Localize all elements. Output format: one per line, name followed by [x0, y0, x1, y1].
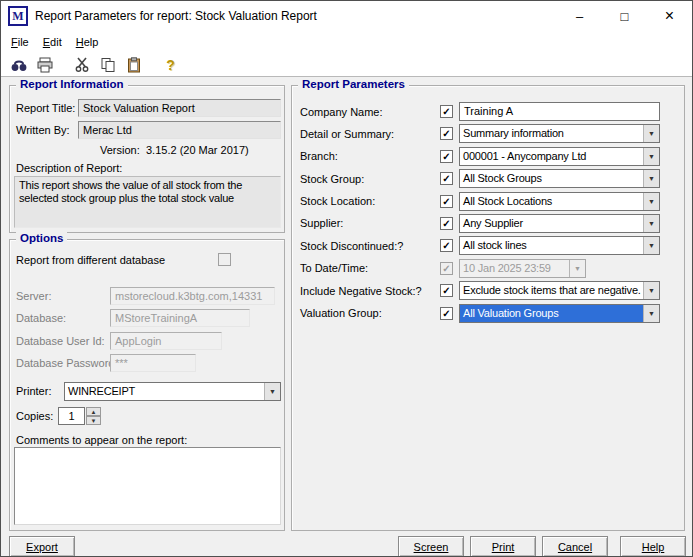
database-password-label: Database Password: — [16, 357, 118, 369]
scissors-icon — [74, 57, 90, 73]
include-negative-stock-checkbox[interactable]: ✓ — [440, 284, 453, 297]
screen-button-label: Screen — [414, 541, 449, 553]
valuation-group-combo[interactable]: All Valuation Groups — [459, 304, 660, 323]
valuation-group-label: Valuation Group: — [300, 307, 440, 319]
spin-up-icon[interactable] — [86, 407, 101, 416]
paste-toolbar-button[interactable] — [122, 55, 145, 75]
version-value: 3.15.2 (20 Mar 2017) — [146, 144, 249, 156]
branch-checkbox[interactable]: ✓ — [440, 150, 453, 163]
copies-value[interactable]: 1 — [58, 407, 85, 425]
cancel-button-label: Cancel — [558, 541, 592, 553]
screen-button[interactable]: Screen — [398, 536, 464, 557]
description-label: Description of Report: — [16, 162, 122, 174]
find-toolbar-button[interactable] — [7, 55, 30, 75]
stock-group-checkbox[interactable]: ✓ — [440, 172, 453, 185]
report-parameters-dialog: M Report Parameters for report: Stock Va… — [0, 0, 693, 557]
stock-discontinued-combo[interactable]: All stock lines — [459, 236, 660, 255]
cut-toolbar-button[interactable] — [70, 55, 93, 75]
chevron-down-icon[interactable] — [264, 383, 280, 400]
company-name-label: Company Name: — [300, 106, 440, 118]
binoculars-icon — [10, 57, 28, 73]
menu-file[interactable]: File — [4, 33, 36, 51]
cancel-button[interactable]: Cancel — [542, 536, 608, 557]
chevron-down-icon[interactable] — [643, 193, 659, 210]
written-by-label: Written By: — [16, 124, 70, 136]
toolbar: ? — [1, 53, 692, 77]
server-field: mstorecloud.k3btg.com,14331 — [110, 287, 275, 305]
export-button[interactable]: Export — [9, 536, 75, 557]
export-button-label: Export — [26, 541, 58, 553]
stock-group-combo[interactable]: All Stock Groups — [459, 169, 660, 188]
chevron-down-icon[interactable] — [643, 148, 659, 165]
comments-textarea[interactable] — [14, 447, 281, 525]
company-name-checkbox[interactable]: ✓ — [440, 105, 453, 118]
include-negative-stock-combo[interactable]: Exclude stock items that are negative. — [459, 281, 660, 300]
printer-combo[interactable]: WINRECEIPT — [64, 382, 281, 401]
stock-discontinued-value: All stock lines — [460, 237, 643, 254]
param-row-stock-discontinued: Stock Discontinued:? ✓ All stock lines — [300, 236, 662, 255]
database-user-id-field: AppLogin — [110, 332, 222, 350]
company-name-input[interactable]: Training A — [459, 102, 660, 121]
param-row-detail-or-summary: Detail or Summary: ✓ Summary information — [300, 124, 662, 143]
help-toolbar-button[interactable]: ? — [159, 55, 182, 75]
written-by-field: Merac Ltd — [78, 121, 281, 139]
detail-or-summary-value: Summary information — [460, 125, 643, 142]
server-label: Server: — [16, 290, 51, 302]
menu-edit[interactable]: Edit — [36, 33, 69, 51]
database-user-id-label: Database User Id: — [16, 335, 105, 347]
minimize-button[interactable]: – — [557, 1, 602, 31]
help-button[interactable]: Help — [620, 536, 686, 557]
chevron-down-icon[interactable] — [643, 282, 659, 299]
chevron-down-icon[interactable] — [643, 170, 659, 187]
maximize-button[interactable]: □ — [602, 1, 647, 31]
branch-value: 000001 - Anycompany Ltd — [460, 148, 643, 165]
print-toolbar-button[interactable] — [33, 55, 56, 75]
print-button-label: Print — [492, 541, 515, 553]
window-title: Report Parameters for report: Stock Valu… — [35, 9, 317, 23]
title-bar: M Report Parameters for report: Stock Va… — [1, 1, 692, 31]
valuation-group-checkbox[interactable]: ✓ — [440, 307, 453, 320]
valuation-group-value: All Valuation Groups — [460, 305, 643, 322]
help-button-label: Help — [642, 541, 665, 553]
chevron-down-icon[interactable] — [643, 215, 659, 232]
param-row-to-datetime: To Date/Time: ✓ 10 Jan 2025 23:59 — [300, 259, 662, 278]
to-datetime-label: To Date/Time: — [300, 262, 440, 274]
branch-label: Branch: — [300, 150, 440, 162]
stock-discontinued-checkbox[interactable]: ✓ — [440, 239, 453, 252]
chevron-down-icon[interactable] — [643, 125, 659, 142]
stock-location-label: Stock Location: — [300, 195, 440, 207]
close-button[interactable]: × — [647, 1, 692, 31]
chevron-down-icon[interactable] — [643, 305, 659, 322]
paste-icon — [126, 57, 142, 73]
app-logo-letter: M — [12, 9, 23, 24]
param-row-supplier: Supplier: ✓ Any Supplier — [300, 214, 662, 233]
supplier-combo[interactable]: Any Supplier — [459, 214, 660, 233]
spin-down-icon[interactable] — [86, 416, 101, 425]
menu-help[interactable]: Help — [69, 33, 106, 51]
copies-arrows — [86, 407, 101, 425]
detail-or-summary-checkbox[interactable]: ✓ — [440, 127, 453, 140]
copies-label: Copies: — [16, 410, 53, 422]
print-button[interactable]: Print — [470, 536, 536, 557]
copy-toolbar-button[interactable] — [96, 55, 119, 75]
copies-stepper[interactable]: 1 — [58, 407, 101, 425]
branch-combo[interactable]: 000001 - Anycompany Ltd — [459, 147, 660, 166]
include-negative-stock-value: Exclude stock items that are negative. — [460, 282, 643, 299]
stock-location-checkbox[interactable]: ✓ — [440, 195, 453, 208]
supplier-label: Supplier: — [300, 217, 440, 229]
app-icon: M — [8, 6, 28, 26]
supplier-checkbox[interactable]: ✓ — [440, 217, 453, 230]
chevron-down-icon[interactable] — [643, 237, 659, 254]
stock-location-combo[interactable]: All Stock Locations — [459, 192, 660, 211]
stock-discontinued-label: Stock Discontinued:? — [300, 240, 440, 252]
printer-label: Printer: — [16, 385, 51, 397]
detail-or-summary-label: Detail or Summary: — [300, 128, 440, 140]
detail-or-summary-combo[interactable]: Summary information — [459, 124, 660, 143]
param-row-stock-location: Stock Location: ✓ All Stock Locations — [300, 192, 662, 211]
report-parameters-title: Report Parameters — [298, 78, 409, 90]
copy-icon — [100, 57, 116, 73]
param-row-branch: Branch: ✓ 000001 - Anycompany Ltd — [300, 147, 662, 166]
different-database-label: Report from different database — [16, 254, 165, 266]
report-information-title: Report Information — [16, 78, 128, 90]
param-row-include-negative-stock: Include Negative Stock:? ✓ Exclude stock… — [300, 281, 662, 300]
